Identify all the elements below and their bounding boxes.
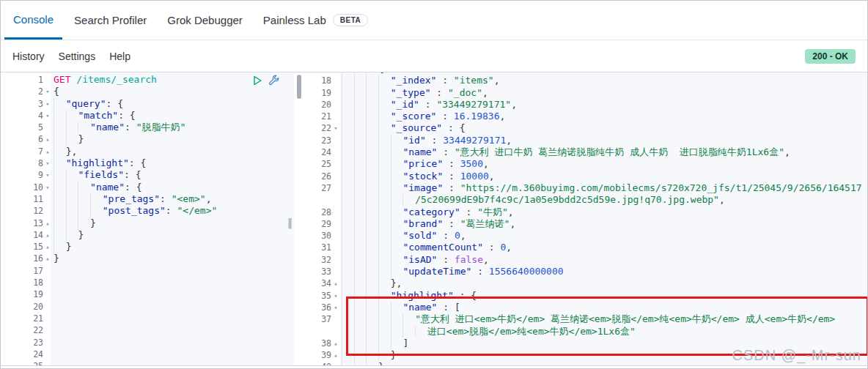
line-number: 5 (1, 122, 52, 133)
tab-grok-debugger[interactable]: Grok Debugger (158, 1, 251, 40)
line-number: 18 (312, 75, 340, 86)
line-number: 4▾ (1, 110, 52, 122)
code-line: 23 (1, 337, 301, 348)
code-line: 21 (1, 313, 301, 324)
code-line: 11"pre_tags": "<em>", (1, 193, 301, 205)
fold-toggle-icon[interactable]: ▴ (43, 133, 52, 145)
code-line: 22▾"_source" : { (312, 122, 867, 134)
request-editor-lines: 1GET /items/_search2▾{3▾"query": {4▾"mat… (1, 74, 301, 365)
fold-toggle-icon[interactable]: ▴ (43, 241, 52, 253)
menu-help[interactable]: Help (109, 51, 130, 62)
code-line: 6▴} (1, 133, 301, 145)
code-line: 31"commentCount" : 0, (312, 242, 867, 253)
line-number: 23 (1, 337, 52, 348)
line-number: 33 (312, 266, 340, 277)
code-line: 27"image" : "https://m.360buyimg.com/mob… (312, 182, 867, 194)
fold-toggle-icon[interactable]: ▾ (43, 98, 52, 110)
line-number (312, 194, 340, 206)
code-line: 22 (1, 324, 301, 336)
fold-toggle-icon[interactable]: ▾ (331, 122, 340, 134)
code-line: 19"_type" : "_doc", (312, 87, 867, 99)
fold-toggle-icon[interactable]: ▴ (43, 229, 52, 241)
line-number: 14▴ (1, 229, 52, 241)
code-line: 3▾"query": { (1, 98, 301, 110)
line-number: 15▴ (1, 241, 52, 253)
fold-toggle-icon[interactable]: ▾ (331, 302, 340, 313)
code-line: 25"price" : 3500, (312, 158, 867, 170)
line-number: 40▴ (312, 361, 340, 365)
fold-toggle-icon[interactable]: ▾ (43, 182, 52, 193)
fold-toggle-icon[interactable]: ▾ (43, 169, 52, 181)
play-icon[interactable] (251, 75, 263, 86)
line-number: 32 (312, 254, 340, 266)
fold-toggle-icon[interactable]: ▾ (43, 157, 52, 169)
line-number: 21 (1, 313, 52, 324)
line-number: 31 (312, 242, 340, 253)
split-handle[interactable]: ‖ (287, 217, 293, 228)
code-line: 34▴}, (312, 277, 867, 289)
line-number: 24 (1, 348, 52, 360)
code-line: 24 (1, 348, 301, 360)
menu-history[interactable]: History (12, 51, 45, 62)
code-line: 15▴} (1, 241, 301, 253)
line-number: 20 (312, 99, 340, 111)
request-editor-scrollbar[interactable] (297, 75, 301, 99)
fold-toggle-icon[interactable]: ▴ (331, 277, 340, 289)
line-number: 20 (1, 301, 52, 313)
tab-console[interactable]: Console (4, 1, 62, 40)
line-number: 34▴ (312, 277, 340, 289)
line-number: 19 (1, 288, 52, 300)
tab-console-label: Console (13, 13, 54, 26)
line-number: 24 (312, 146, 340, 158)
line-number: 10▾ (1, 182, 52, 193)
code-line: 21"_score" : 16.19836, (312, 111, 867, 122)
line-number: 8▾ (1, 157, 52, 169)
line-number: 28 (312, 206, 340, 218)
code-line: 12"post_tags": "</em>" (1, 205, 301, 217)
tab-search-profiler[interactable]: Search Profiler (65, 1, 155, 40)
line-number: 17 (1, 265, 52, 277)
line-number: 35▾ (312, 290, 340, 302)
request-editor[interactable]: 1GET /items/_search2▾{3▾"query": {4▾"mat… (1, 72, 301, 365)
line-number: 37 (312, 313, 340, 325)
line-number: 39▴ (312, 349, 340, 361)
line-number: 7▴ (1, 146, 52, 157)
line-number: 21 (312, 111, 340, 122)
fold-toggle-icon[interactable]: ▴ (331, 349, 340, 361)
line-number: 36▾ (312, 302, 340, 313)
menu-settings[interactable]: Settings (59, 51, 96, 62)
line-number: 13▴ (1, 217, 52, 229)
fold-toggle-icon[interactable]: ▾ (43, 110, 52, 122)
line-number: 27 (312, 182, 340, 194)
wrench-icon[interactable] (268, 75, 280, 86)
fold-toggle-icon[interactable]: ▴ (43, 146, 52, 157)
line-number: 26 (312, 171, 340, 182)
line-number: 11 (1, 193, 52, 205)
fold-toggle-icon[interactable]: ▾ (43, 86, 52, 97)
line-number: 23 (312, 135, 340, 146)
line-number: 22 (1, 324, 52, 336)
status-badge: 200 - OK (805, 49, 856, 64)
fold-toggle-icon[interactable]: ▴ (331, 338, 340, 349)
fold-toggle-icon[interactable]: ▴ (331, 361, 340, 365)
tab-grok-debugger-label: Grok Debugger (167, 14, 243, 26)
code-line: 5"name": "脱脂牛奶" (1, 122, 301, 133)
line-number: 16▴ (1, 253, 52, 264)
code-line: 24"name" : "意大利 进口牛奶 葛兰纳诺脱脂纯牛奶 成人牛奶 进口脱脂… (312, 146, 867, 158)
fold-toggle-icon[interactable]: ▴ (43, 253, 52, 264)
code-line: 30"sold" : 0, (312, 230, 867, 242)
code-line: 18 (1, 277, 301, 288)
code-line: 20"_id" : "33449279171", (312, 99, 867, 111)
fold-toggle-icon[interactable]: ▾ (331, 290, 340, 302)
code-line: 7▴}, (1, 146, 301, 157)
line-number: 3▾ (1, 98, 52, 110)
code-line: 19 (1, 288, 301, 300)
tab-painless-lab[interactable]: Painless Lab BETA (254, 1, 377, 40)
line-number: 18 (1, 277, 52, 288)
fold-toggle-icon[interactable]: ▴ (43, 217, 52, 229)
code-line: 32"isAD" : false, (312, 254, 867, 266)
line-number: 30 (312, 230, 340, 242)
dev-tools-console-window: Console Search Profiler Grok Debugger Pa… (0, 0, 868, 369)
watermark: CSDN @_-Mr-sun (732, 347, 861, 364)
line-number: 19 (312, 87, 340, 99)
